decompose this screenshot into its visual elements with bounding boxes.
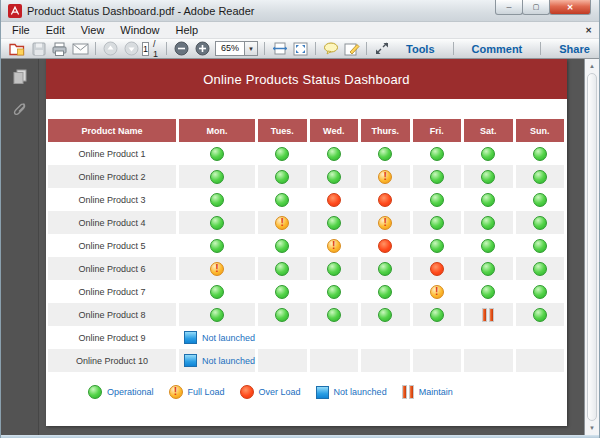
zoom-level-select[interactable]: 65% ▼ (215, 41, 258, 56)
print-button[interactable] (50, 40, 69, 58)
status-cell (516, 211, 565, 234)
status-operational-icon (430, 308, 444, 322)
status-full-load-icon (378, 216, 392, 230)
maintain-bar (482, 308, 487, 322)
scroll-down-icon[interactable]: ▼ (585, 421, 599, 435)
status-cell (179, 188, 255, 211)
status-operational-icon (481, 193, 495, 207)
product-name-cell: Online Product 5 (48, 234, 176, 257)
status-cell (413, 165, 462, 188)
status-cell (258, 188, 306, 211)
minimize-icon: ─ (507, 4, 512, 11)
toolbar-divider (264, 42, 265, 55)
product-name-cell: Online Product 4 (48, 211, 176, 234)
menu-item-edit[interactable]: Edit (38, 23, 73, 37)
maintain-bar (489, 308, 494, 322)
attachments-button[interactable] (7, 97, 33, 121)
status-cell (361, 257, 409, 280)
status-cell (361, 280, 409, 303)
status-operational-icon (210, 239, 224, 253)
status-cell (179, 142, 255, 165)
status-operational-icon (533, 170, 547, 184)
legend-label: Not launched (334, 387, 387, 397)
status-operational-icon (533, 239, 547, 253)
column-header-day: Sun. (516, 119, 565, 142)
status-operational-icon (481, 170, 495, 184)
status-over-load-icon (378, 239, 392, 253)
status-cell (413, 280, 462, 303)
status-cell (310, 142, 359, 165)
title-bar: Product Status Dashboard.pdf - Adobe Rea… (1, 0, 599, 22)
status-operational-icon (275, 239, 289, 253)
comment-panel-button[interactable]: Comment (458, 43, 537, 55)
status-full-load-icon (210, 262, 224, 276)
menu-item-window[interactable]: Window (112, 23, 167, 37)
status-cell-not-launched: Not launched (179, 326, 255, 349)
close-button[interactable]: ✕ (549, 0, 591, 15)
document-viewport: Online Products Status Dashboard Product… (39, 59, 584, 435)
column-header-day: Tues. (258, 119, 306, 142)
status-over-load-icon (430, 262, 444, 276)
tools-button[interactable]: Tools (392, 43, 449, 55)
menu-item-help[interactable]: Help (167, 23, 206, 37)
page-number-input[interactable]: 1 (142, 42, 149, 56)
next-page-button[interactable] (122, 40, 141, 58)
legend-item-full-load: Full Load (169, 385, 225, 399)
fullscreen-icon (375, 42, 389, 55)
status-cell (464, 303, 512, 326)
status-cell (516, 165, 565, 188)
share-button[interactable]: Share (545, 43, 600, 55)
column-header-day: Fri. (413, 119, 462, 142)
fullscreen-button[interactable] (372, 40, 391, 58)
status-operational-icon (275, 308, 289, 322)
vertical-scrollbar[interactable]: ▲ ▼ (584, 59, 599, 435)
annotation-note-button[interactable] (342, 40, 361, 58)
zoom-dropdown-arrow-icon[interactable]: ▼ (244, 42, 257, 55)
scrolling-mode-button[interactable] (270, 40, 289, 58)
status-cell-empty (413, 349, 462, 372)
status-cell (258, 303, 306, 326)
status-operational-icon (210, 147, 224, 161)
fit-page-button[interactable] (291, 40, 310, 58)
status-cell (464, 257, 512, 280)
menubar-close-button[interactable]: ✕ (585, 26, 592, 35)
status-operational-icon (210, 216, 224, 230)
email-button[interactable] (71, 40, 90, 58)
product-name-cell: Online Product 1 (48, 142, 176, 165)
not-launched-label: Not launched (202, 333, 255, 343)
column-header-day: Thurs. (361, 119, 409, 142)
status-cell-empty (258, 326, 306, 349)
previous-page-button[interactable] (101, 40, 120, 58)
menu-item-view[interactable]: View (73, 23, 113, 37)
zoom-in-button[interactable] (193, 40, 212, 58)
page-thumbnails-button[interactable] (7, 64, 33, 88)
maximize-button[interactable]: ▢ (522, 0, 550, 15)
save-button[interactable] (29, 40, 48, 58)
status-over-load-icon (378, 193, 392, 207)
legend-label: Operational (107, 387, 154, 397)
legend-label: Maintain (419, 387, 453, 397)
open-file-button[interactable] (8, 40, 27, 58)
email-icon (72, 43, 89, 55)
status-operational-icon (327, 147, 341, 161)
status-cell (179, 280, 255, 303)
status-cell (179, 257, 255, 280)
minimize-button[interactable]: ─ (495, 0, 523, 15)
status-cell (413, 142, 462, 165)
legend-operational-icon (88, 385, 102, 399)
toolbar-divider (540, 42, 541, 55)
status-operational-icon (327, 170, 341, 184)
zoom-in-icon (195, 41, 210, 56)
zoom-out-button[interactable] (172, 40, 191, 58)
status-operational-icon (210, 193, 224, 207)
toolbar: 1 / 1 65% ▼ (1, 39, 599, 59)
toolbar-divider (315, 42, 316, 55)
status-cell (361, 234, 409, 257)
status-operational-icon (533, 285, 547, 299)
scrollbar-thumb[interactable] (587, 73, 597, 421)
status-full-load-icon (275, 216, 289, 230)
comment-bubble-button[interactable] (321, 40, 340, 58)
scroll-up-icon[interactable]: ▲ (585, 59, 599, 73)
menu-item-file[interactable]: File (4, 23, 38, 37)
page-total-label: / 1 (153, 39, 158, 59)
